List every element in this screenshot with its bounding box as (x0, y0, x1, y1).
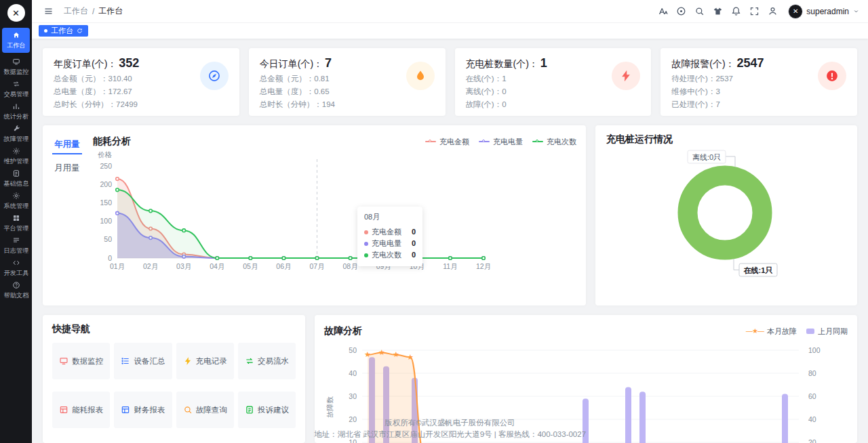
svg-text:03月: 03月 (176, 262, 191, 270)
tab-workbench[interactable]: 工作台 (39, 25, 88, 37)
collapse-menu-icon[interactable] (40, 3, 57, 20)
stat-card-title: 年度订单(个)：352 (54, 56, 139, 70)
alert-icon (818, 62, 846, 90)
sidebar-item-log-mgmt[interactable]: 日志管理 (2, 234, 30, 257)
online-label: 在线:1只 (739, 263, 777, 276)
record-icon[interactable] (673, 3, 690, 20)
sidebar-item-statistics-analysis[interactable]: 统计分析 (2, 100, 30, 123)
quick-nav-data-monitoring[interactable]: 数据监控 (52, 343, 110, 379)
online-label-connector (734, 259, 739, 270)
tab-bar: 工作台 (32, 23, 868, 39)
legend-marker (425, 141, 436, 142)
quick-nav-energy-report[interactable]: 能耗报表 (52, 392, 110, 428)
maintenance-mgmt-icon (12, 147, 20, 155)
svg-text:06月: 06月 (276, 262, 291, 270)
sidebar-item-system-mgmt[interactable]: 系统管理 (2, 190, 30, 212)
svg-text:80: 80 (808, 369, 816, 377)
sidebar-item-label: 系统管理 (3, 201, 28, 210)
svg-text:250: 250 (100, 162, 112, 170)
stat-card-body: 年度订单(个)：352 总金额（元）：310.40总电量（度）：172.67总时… (54, 56, 139, 108)
energy-chart-title: 能耗分析 (93, 135, 131, 148)
log-mgmt-icon (12, 236, 20, 245)
monitor-icon (59, 356, 68, 366)
svg-text:04月: 04月 (210, 262, 224, 270)
stat-cards-row: 年度订单(个)：352 总金额（元）：310.40总电量（度）：172.67总时… (43, 48, 857, 116)
content-area: 年度订单(个)：352 总金额（元）：310.40总电量（度）：172.67总时… (32, 39, 868, 443)
app-logo[interactable]: ✕ (7, 4, 25, 22)
fault-chart-svg[interactable]: 50 40 30 20 10 0100806040200故障数★★★★★ (324, 339, 848, 443)
stat-card-line: 在线(个)：1 (466, 72, 547, 85)
sidebar-item-fault-mgmt[interactable]: 故障管理 (2, 123, 30, 145)
quick-nav-charging-records[interactable]: 充电记录 (176, 343, 234, 379)
charts-row: 年用量月用量 能耗分析 充电金额 充电电量 充电次数 0501001502002… (43, 125, 857, 305)
sidebar-item-basic-info[interactable]: 基础信息 (2, 167, 30, 190)
stat-card-line: 总金额（元）：0.81 (260, 72, 335, 85)
user-menu[interactable]: ✕ superadmin (788, 4, 860, 19)
stat-card-line: 总时长（分钟）：72499 (54, 98, 139, 111)
energy-chart-svg[interactable]: 050100150200250价格01月02月03月04月05月06月07月08… (93, 150, 500, 285)
compass-icon (200, 62, 229, 90)
legend-item-series-0[interactable]: 充电金额 (425, 137, 469, 147)
energy-range-tab-year[interactable]: 年用量 (52, 139, 82, 154)
sidebar-item-maintenance-mgmt[interactable]: 维护管理 (2, 145, 30, 167)
bell-icon[interactable] (728, 3, 745, 20)
doc-icon (245, 405, 254, 415)
sidebar-item-transaction-mgmt[interactable]: 交易管理 (2, 78, 30, 100)
fault-chart-header: 故障分析 —★—本月故障 上月同期 (324, 323, 848, 339)
legend-item-fault-line[interactable]: —★—本月故障 (746, 326, 797, 337)
breadcrumb-root[interactable]: 工作台 (64, 5, 88, 17)
quick-nav-label: 能耗报表 (72, 405, 103, 415)
refresh-icon[interactable] (77, 28, 83, 34)
breadcrumb-separator: / (92, 7, 94, 16)
stat-card-2: 充电桩数量(个)：1 在线(个)：1离线(个)：0故障(个)：0 (455, 48, 652, 116)
sidebar-item-workbench[interactable]: 工作台 (2, 28, 30, 53)
star-marker: ★ (393, 350, 399, 358)
font-size-icon[interactable] (654, 3, 671, 20)
legend-item-series-2[interactable]: 充电次数 (532, 137, 576, 147)
quick-nav-card: 快捷导航 数据监控 设备汇总 充电记录 交易流水 能耗报表 财务报表 故障查询 … (43, 315, 305, 443)
legend-item-fault-bar[interactable]: 上月同期 (806, 326, 848, 337)
quick-nav-label: 设备汇总 (134, 356, 165, 366)
sidebar-item-data-monitoring[interactable]: 数据监控 (2, 56, 30, 78)
fault-analysis-card: 故障分析 —★—本月故障 上月同期 50 40 30 20 10 0100806… (315, 315, 857, 443)
sidebar-item-dev-tools[interactable]: 开发工具 (2, 257, 30, 279)
stat-card-body: 充电桩数量(个)：1 在线(个)：1离线(个)：0故障(个)：0 (466, 56, 547, 108)
quick-nav-finance-report[interactable]: 财务报表 (114, 392, 172, 428)
stat-card-0: 年度订单(个)：352 总金额（元）：310.40总电量（度）：172.67总时… (43, 48, 239, 116)
bar-day-30 (782, 394, 788, 443)
svg-text:40: 40 (349, 369, 357, 377)
quick-nav-transaction-flow[interactable]: 交易流水 (238, 343, 296, 379)
quick-nav-device-summary[interactable]: 设备汇总 (114, 343, 172, 379)
legend-marker (532, 141, 543, 142)
legend-marker: —★— (746, 328, 764, 335)
sidebar-item-label: 帮助文档 (3, 291, 28, 299)
stat-card-title: 故障报警(个)：2547 (671, 56, 764, 70)
search-icon[interactable] (691, 3, 708, 20)
quick-nav-grid: 数据监控 设备汇总 充电记录 交易流水 能耗报表 财务报表 故障查询 投诉建议 (52, 343, 296, 428)
pile-status-title: 充电桩运行情况 (606, 133, 846, 146)
stat-card-line: 总电量（度）：0.65 (260, 85, 335, 98)
stat-card-1: 今日订单(个)：7 总金额（元）：0.81总电量（度）：0.65总时长（分钟）：… (249, 48, 446, 116)
stat-card-title: 今日订单(个)：7 (260, 56, 335, 70)
sidebar-item-label: 维护管理 (3, 156, 28, 165)
legend-item-series-1[interactable]: 充电电量 (479, 137, 523, 147)
fault-mgmt-icon (12, 125, 20, 133)
energy-range-tab-month[interactable]: 月用量 (52, 163, 82, 178)
legend-marker (479, 141, 490, 142)
fullscreen-icon[interactable] (746, 3, 763, 20)
fault-chart-title: 故障分析 (324, 325, 362, 337)
quick-nav-fault-query[interactable]: 故障查询 (176, 392, 234, 428)
theme-icon[interactable] (709, 3, 726, 20)
svg-text:09月: 09月 (376, 262, 391, 270)
tab-label: 工作台 (51, 26, 73, 35)
stat-card-line: 总金额（元）：310.40 (54, 72, 139, 85)
sidebar-item-help-docs[interactable]: 帮助文档 (2, 279, 30, 301)
star-marker: ★ (407, 353, 414, 361)
svg-text:12月: 12月 (476, 262, 491, 270)
pile-status-donut-svg[interactable]: 离线:0只 在线:1只 (606, 148, 846, 284)
quick-nav-complaint-suggestion[interactable]: 投诉建议 (238, 392, 296, 428)
svg-text:100: 100 (100, 217, 112, 225)
sidebar-item-platform-mgmt[interactable]: 平台管理 (2, 212, 30, 234)
header-icon-group (654, 3, 781, 20)
profile-icon[interactable] (764, 3, 781, 20)
